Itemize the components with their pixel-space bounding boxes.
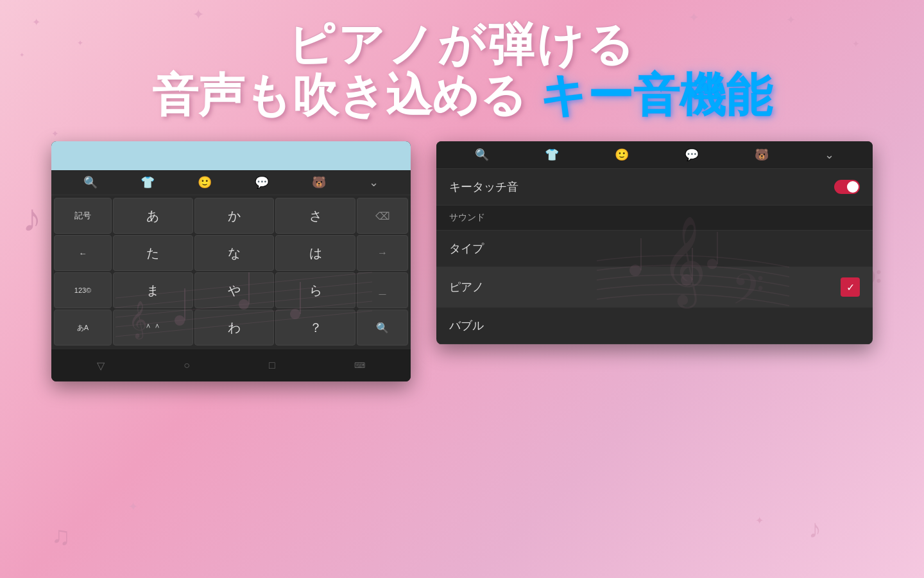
piano-checkmark: ✓	[841, 277, 860, 297]
key-wa[interactable]: わ	[194, 310, 275, 346]
key-touch-sound-label: キータッチ音	[449, 179, 518, 195]
keyboard-search-icon[interactable]: 🔍	[83, 175, 98, 189]
key-question[interactable]: ？	[275, 310, 355, 346]
key-kao[interactable]: ＾＾	[113, 310, 193, 346]
keyboard-top-bar	[51, 141, 411, 170]
bubble-label: バブル	[449, 318, 484, 333]
key-underscore[interactable]: ＿	[357, 272, 408, 308]
sparkle-10: ✦	[51, 128, 59, 139]
keyboard-nav: ▽ ○ □ ⌨	[51, 349, 411, 381]
keyboard-shirt-icon[interactable]: 👕	[141, 175, 155, 189]
keyboard-emoji-icon[interactable]: 🙂	[198, 175, 212, 189]
keyboard-chat-icon[interactable]: 💬	[255, 175, 269, 189]
nav-triangle[interactable]: ▽	[97, 360, 105, 372]
key-row-3: 123© ま や ら ＿	[54, 272, 408, 308]
key-sa[interactable]: さ	[275, 198, 355, 234]
key-row-4: あA ＾＾ わ ？ 🔍	[54, 310, 408, 346]
key-aiueo[interactable]: あA	[54, 310, 112, 346]
key-ya[interactable]: や	[194, 272, 275, 308]
type-item[interactable]: タイプ	[436, 231, 873, 267]
keyboard-keys: 記号 あ か さ ⌫ ← た な は → 123© ま や ら ＿	[51, 195, 411, 349]
settings-emoji-icon[interactable]: 🙂	[615, 148, 629, 162]
settings-shirt-icon[interactable]: 👕	[545, 148, 559, 162]
key-na[interactable]: な	[194, 235, 275, 271]
key-kigo[interactable]: 記号	[54, 198, 112, 234]
nav-circle[interactable]: ○	[184, 360, 190, 371]
key-123[interactable]: 123©	[54, 272, 112, 308]
key-left[interactable]: ←	[54, 235, 112, 271]
keyboard-bear-icon[interactable]: 🐻	[312, 175, 326, 189]
nav-keyboard[interactable]: ⌨	[354, 361, 365, 370]
type-label: タイプ	[449, 241, 484, 256]
key-touch-sound-item[interactable]: キータッチ音	[436, 169, 873, 206]
key-ma[interactable]: ま	[113, 272, 193, 308]
title-line2-blue: キー音機能	[540, 69, 772, 121]
title-line2: 音声も吹き込める キー音機能	[0, 70, 924, 121]
settings-bear-icon[interactable]: 🐻	[755, 148, 769, 162]
key-search[interactable]: 🔍	[357, 310, 408, 346]
key-row-2: ← た な は →	[54, 235, 408, 271]
settings-chevron-icon[interactable]: ⌄	[825, 148, 834, 162]
key-row-1: 記号 あ か さ ⌫	[54, 198, 408, 234]
sound-section-header: サウンド	[436, 206, 873, 231]
piano-item[interactable]: ピアノ ✓	[436, 267, 873, 308]
settings-panel: 🔍 👕 🙂 💬 🐻 ⌄ キータッチ音 サウンド タイプ ピアノ ✓ バブル	[436, 141, 873, 344]
title-line2-white: 音声も吹き込める	[152, 69, 527, 121]
settings-search-icon[interactable]: 🔍	[475, 148, 489, 162]
key-right[interactable]: →	[357, 235, 408, 271]
settings-chat-icon[interactable]: 💬	[685, 148, 699, 162]
sound-header-label: サウンド	[449, 212, 485, 223]
title-line1: ピアノが弾ける	[0, 19, 924, 70]
key-ha[interactable]: は	[275, 235, 355, 271]
title-area: ピアノが弾ける 音声も吹き込める キー音機能	[0, 19, 924, 121]
piano-label: ピアノ	[449, 279, 484, 295]
bubble-item[interactable]: バブル	[436, 308, 873, 344]
content-area: 🔍 👕 🙂 💬 🐻 ⌄ 記号 あ か さ ⌫ ← た な は →	[51, 141, 873, 565]
nav-square[interactable]: □	[269, 360, 275, 371]
settings-icon-bar: 🔍 👕 🙂 💬 🐻 ⌄	[436, 141, 873, 169]
key-ka[interactable]: か	[194, 198, 275, 234]
keyboard-panel: 🔍 👕 🙂 💬 🐻 ⌄ 記号 あ か さ ⌫ ← た な は →	[51, 141, 411, 381]
key-ta[interactable]: た	[113, 235, 193, 271]
keyboard-chevron-icon[interactable]: ⌄	[369, 175, 379, 189]
key-backspace[interactable]: ⌫	[357, 198, 408, 234]
key-ra[interactable]: ら	[275, 272, 355, 308]
svg-text:♪: ♪	[22, 197, 42, 240]
key-touch-sound-toggle[interactable]	[834, 180, 860, 194]
keyboard-icon-bar: 🔍 👕 🙂 💬 🐻 ⌄	[51, 170, 411, 195]
key-a[interactable]: あ	[113, 198, 193, 234]
